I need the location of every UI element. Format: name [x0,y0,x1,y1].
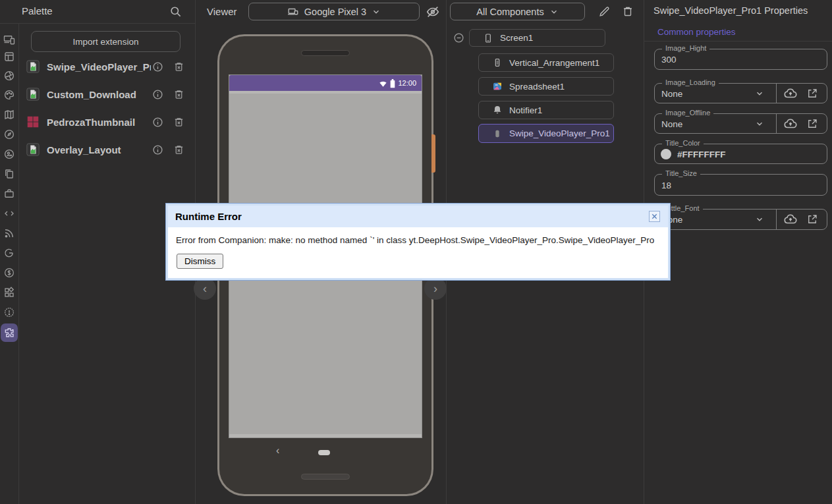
tree-item-notifier[interactable]: Notifier1 [478,101,614,119]
bell-icon [492,105,503,115]
prop-field-title-size[interactable]: Title_Size 18 [654,174,827,196]
layout-icon[interactable] [0,47,18,66]
experimental-alert-icon[interactable] [0,303,18,322]
palette-icon[interactable] [0,86,18,104]
prop-label: Image_Loading [662,78,719,86]
chevron-down-icon [549,7,559,16]
delete-component-trash-icon[interactable] [622,5,634,18]
open-in-new-icon[interactable] [806,213,818,225]
delete-icon[interactable] [173,117,184,128]
prop-value[interactable]: #FFFFFFFF [677,149,725,159]
divider [644,41,832,42]
prop-value[interactable]: 18 [661,180,671,190]
palette-item[interactable]: Swipe_VideoPlayer_Pro [18,57,195,76]
map-icon[interactable] [0,105,18,124]
google-g-icon[interactable] [0,244,18,262]
prop-field-image-hight[interactable]: Image_Hight 300 [654,49,827,70]
import-extension-button[interactable]: Import extension [31,31,180,52]
battery-icon [390,79,395,88]
prop-value[interactable]: 300 [661,55,677,65]
properties-title: Swipe_VideoPlayer_Pro1 Properties [653,5,808,16]
briefcase-icon[interactable] [0,184,18,203]
prop-select-value[interactable]: None [661,119,682,128]
widgets-icon[interactable] [0,283,18,302]
extension-puzzle-icon[interactable] [0,323,18,342]
divider [776,210,777,229]
smartphone-icon [483,33,493,43]
compass-icon[interactable] [0,125,18,144]
code-icon[interactable] [0,204,18,223]
prop-field-image-loading[interactable]: Image_Loading None [654,83,827,103]
monetization-dollar-icon[interactable] [0,264,18,282]
dialog-close-icon[interactable] [649,211,660,222]
common-properties-link[interactable]: Common properties [657,27,736,37]
search-icon[interactable] [169,5,182,18]
extension-file-icon [26,142,40,157]
delete-icon[interactable] [173,61,184,72]
chevron-down-icon[interactable] [755,119,764,128]
info-icon[interactable] [152,61,163,72]
vertical-arrangement-icon [492,57,503,68]
prop-label: Title_Color [662,139,704,147]
phone-status-bar: 12:00 [229,75,422,91]
color-swatch[interactable] [661,149,671,159]
status-bar-time: 12:00 [398,79,416,87]
prop-field-tittle-font[interactable]: Tittle_Font None [654,209,827,230]
prop-select-value[interactable]: None [661,88,682,98]
tree-item-label: Screen1 [500,33,533,43]
prop-field-title-color[interactable]: Title_Color #FFFFFFFF [654,144,827,164]
upload-cloud-icon[interactable] [783,86,798,101]
divider [776,114,777,133]
info-icon[interactable] [152,144,163,155]
dialog-title: Runtime Error [168,211,242,222]
open-in-new-icon[interactable] [806,118,818,130]
upload-cloud-icon[interactable] [783,117,798,131]
palette-item-label: PedrozaThumbnail [47,117,151,128]
info-icon[interactable] [152,89,163,100]
dialog-error-message: Error from Companion: make: no method na… [176,235,660,245]
copy-pages-icon[interactable] [0,165,18,183]
phone-back-button[interactable]: ‹ [276,445,279,457]
tree-item-vertical-arrangement[interactable]: Vertical_Arrangement1 [478,53,614,72]
palette-item[interactable]: Custom_Download [18,84,195,104]
wifi-icon [379,79,387,88]
devices-icon[interactable] [0,30,18,49]
prop-label: Title_Size [662,169,700,177]
phone-earpiece [301,50,350,56]
phone-home-button[interactable] [318,450,330,455]
extension-file-icon [26,87,40,101]
spreadsheet-icon [492,81,503,92]
viewer-prev-arrow[interactable]: ‹ [194,277,216,300]
chevron-down-icon [372,7,381,16]
tree-item-screen1[interactable]: Screen1 [469,29,605,47]
palette-item[interactable]: Overlay_Layout [18,140,195,159]
chevron-down-icon[interactable] [755,89,764,98]
device-selector[interactable]: Google Pixel 3 [248,3,420,20]
open-in-new-icon[interactable] [806,88,818,99]
viewer-next-arrow[interactable]: › [424,277,447,300]
upload-cloud-icon[interactable] [783,212,798,227]
tree-item-swipe-videoplayer[interactable]: Swipe_VideoPlayer_Pro1 [478,124,614,143]
media-shutter-icon[interactable] [0,67,18,85]
tree-item-label: Vertical_Arrangement1 [509,58,599,68]
extension-file-icon [26,59,40,74]
phone-speaker [301,474,350,480]
palette-item[interactable]: PedrozaThumbnail [18,112,195,132]
dismiss-button[interactable]: Dismiss [177,254,223,269]
connectivity-rss-icon[interactable] [0,224,18,242]
tree-item-spreadsheet[interactable]: Spreadsheet1 [478,77,614,96]
components-filter-dropdown[interactable]: All Components [450,3,585,20]
prop-field-image-offline[interactable]: Image_Offline None [654,113,827,134]
device-icon [287,6,299,18]
rename-pencil-icon[interactable] [598,5,611,18]
palette-item-label: Overlay_Layout [47,144,151,155]
collapse-minus-icon[interactable] [453,32,464,43]
delete-icon[interactable] [173,89,184,100]
info-icon[interactable] [152,117,163,128]
phone-power-button [431,134,435,173]
chevron-down-icon[interactable] [755,215,764,224]
dialog-title-bar: Runtime Error [168,206,668,227]
delete-icon[interactable] [173,144,184,155]
social-person-icon[interactable] [0,145,18,163]
hide-components-eye-off-icon[interactable] [426,5,440,19]
